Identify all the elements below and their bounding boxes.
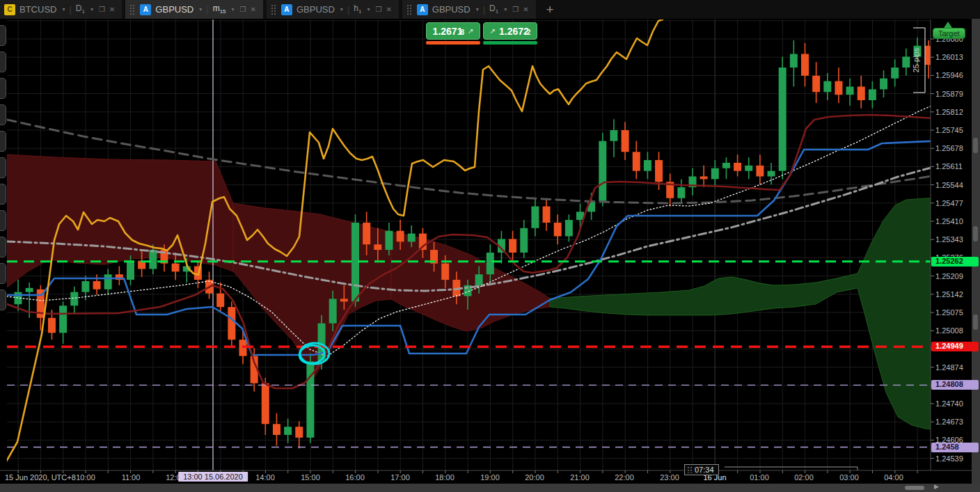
play-forward-icon[interactable]: ▶ (934, 483, 939, 490)
tab-separator: | (69, 4, 71, 15)
time-tick-label: 03:00 (839, 473, 859, 482)
close-icon[interactable]: ✕ (109, 6, 115, 13)
price-tick-label: 1.25008 (935, 326, 976, 336)
time-tick-label: 16:00 (345, 473, 365, 482)
bottom-scroll-bar: ▶ (0, 484, 980, 492)
sell-button[interactable]: 1.26718 ↗ (426, 22, 480, 40)
time-tick-label: 18:00 (435, 473, 455, 482)
price-tick-label: 1.25343 (935, 235, 976, 245)
timeframe-label[interactable]: D1 (489, 3, 498, 15)
time-tick-label: 02:00 (794, 473, 814, 482)
tab-drag-grip-icon (271, 4, 277, 15)
left-toolbar-button[interactable] (0, 289, 6, 310)
bar-countdown[interactable]: 07:34 (684, 464, 719, 475)
tab-drag-grip-icon (129, 4, 136, 15)
time-tick-label: 04:00 (884, 473, 903, 482)
timeframe-label[interactable]: D1 (76, 3, 85, 15)
chevron-down-icon[interactable]: ▾ (199, 6, 202, 13)
tab-symbol-label: BTCUSD (19, 4, 56, 15)
time-tick-label: 19:00 (480, 473, 500, 482)
chevron-down-icon[interactable]: ▾ (367, 6, 370, 13)
tab-symbol-label: GBPUSD (297, 4, 335, 15)
countdown-value: 07:34 (695, 466, 714, 474)
ask-direction-arrow-icon: ↗ (490, 27, 496, 35)
symbol-icon: C (4, 4, 15, 15)
detach-window-icon[interactable]: ❐ (240, 6, 246, 13)
price-chart[interactable]: 25 pips (0, 0, 980, 492)
price-tick-label: 1.25209 (935, 272, 976, 282)
price-tick-label: 1.24740 (935, 399, 976, 409)
price-tick-label: 1.25075 (935, 308, 976, 318)
sell-underline (426, 41, 480, 45)
timeframe-label[interactable]: h1 (354, 3, 361, 15)
price-line-label[interactable]: 1.24949 (931, 342, 979, 351)
price-tick-label: 1.26013 (935, 53, 976, 63)
horizontal-scroll-thumb[interactable] (905, 486, 924, 490)
left-toolbar-button[interactable] (0, 104, 6, 125)
left-toolbar-button[interactable] (0, 131, 6, 152)
time-tick-label: 10:00 (76, 473, 95, 482)
left-toolbar-button[interactable] (0, 51, 6, 72)
price-line-label[interactable]: 1.2458 (931, 443, 979, 452)
price-tick-label: 1.25544 (935, 181, 976, 191)
countdown-extension-line (725, 467, 858, 470)
tab-separator: | (347, 4, 349, 15)
price-tick-label: 1.25812 (935, 108, 976, 118)
chevron-down-icon[interactable]: ▾ (62, 6, 65, 13)
left-toolbar-button[interactable] (0, 184, 6, 205)
time-tick-label: 20:00 (525, 473, 544, 482)
left-toolbar-button[interactable] (0, 157, 6, 178)
price-tick-label: 1.25142 (935, 290, 976, 300)
left-toolbar-button[interactable] (0, 25, 6, 46)
price-line-label[interactable]: 1.25262 (931, 257, 979, 267)
tab-symbol-label: GBPUSD (155, 4, 193, 15)
time-tick-label: 17:00 (390, 473, 410, 482)
time-tick-label: 23:00 (660, 473, 679, 482)
detach-window-icon[interactable]: ❐ (99, 6, 105, 13)
ask-price: 1.26722 (499, 26, 530, 37)
drag-grip-icon (687, 466, 692, 473)
chevron-down-icon[interactable]: ▾ (232, 6, 235, 13)
price-line-label[interactable]: 1.24808 (931, 380, 979, 390)
timezone-label: 15 Jun 2020, UTC+8 (5, 473, 76, 482)
price-tick-label: 1.24539 (935, 454, 976, 464)
chevron-down-icon[interactable]: ▾ (340, 6, 343, 13)
detach-window-icon[interactable]: ❐ (512, 6, 519, 13)
tab-separator: | (483, 4, 485, 15)
chart-tab-bar: CBTCUSD▾|D1▾❐✕AGBPUSD▾|m15▾❐✕AGBPUSD▾|h1… (0, 0, 980, 19)
price-tick-label: 1.25879 (935, 90, 976, 100)
detach-window-icon[interactable]: ❐ (375, 6, 381, 13)
pip-measure-label: 25 pips (912, 47, 920, 72)
time-marker-label[interactable]: 13:00 15.06.2020 (178, 472, 248, 482)
close-icon[interactable]: ✕ (523, 6, 528, 13)
bid-direction-arrow-icon: ↗ (468, 27, 473, 35)
buy-button[interactable]: ↗ 1.26722 (483, 22, 537, 40)
left-toolbar-button[interactable] (0, 237, 6, 257)
chevron-down-icon[interactable]: ▾ (90, 6, 93, 13)
bid-price: 1.26718 (433, 26, 464, 37)
symbol-icon: A (140, 4, 151, 15)
close-icon[interactable]: ✕ (251, 6, 256, 13)
price-tick-label: 1.25946 (935, 71, 976, 81)
chart-tab-gbpusd-D1[interactable]: AGBPUSD▾|D1▾❐✕ (402, 0, 536, 19)
tab-symbol-label: GBPUSD (432, 4, 471, 15)
quote-widget: 1.26718 ↗ ↗ 1.26722 (426, 22, 537, 40)
price-tick-label: 1.25477 (935, 199, 976, 209)
chart-tab-gbpusd-m15[interactable]: AGBPUSD▾|m15▾❐✕ (125, 0, 263, 19)
left-toolbar-button[interactable] (0, 78, 6, 99)
left-toolbar-button[interactable] (0, 210, 6, 231)
target-label[interactable]: Target (933, 28, 965, 39)
time-tick-label: 14:00 (255, 473, 275, 482)
chart-tab-btcusd-D1[interactable]: CBTCUSD▾|D1▾❐✕ (0, 0, 122, 19)
chevron-down-icon[interactable]: ▾ (504, 6, 507, 13)
time-tick-label: 21:00 (570, 473, 590, 482)
close-icon[interactable]: ✕ (386, 6, 391, 13)
chart-tab-gbpusd-h1[interactable]: AGBPUSD▾|h1▾❐✕ (267, 0, 399, 19)
target-pointer-icon (944, 22, 952, 28)
time-tick-label: 01:00 (750, 473, 769, 482)
chevron-down-icon[interactable]: ▾ (476, 6, 479, 13)
timeframe-label[interactable]: m15 (213, 3, 226, 15)
price-tick-label: 1.24874 (935, 363, 976, 373)
left-toolbar-button[interactable] (0, 263, 6, 284)
add-chart-button[interactable]: + (539, 0, 561, 19)
